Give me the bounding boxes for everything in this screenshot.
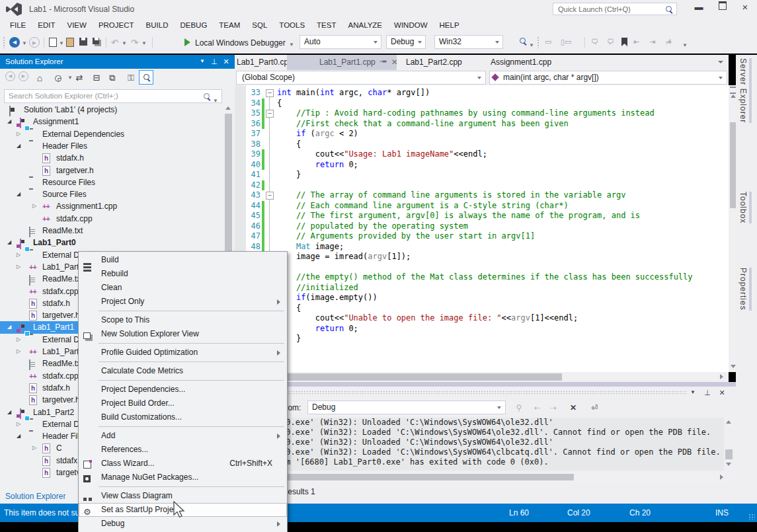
context-menu-item-project-only[interactable]: Project Only bbox=[79, 295, 287, 309]
code-line[interactable]: 38 { bbox=[235, 139, 729, 150]
code-line[interactable]: 49 image = imread(argv[1]); bbox=[235, 252, 729, 262]
tree-item[interactable]: stdafx.cpp bbox=[0, 213, 235, 225]
tree-item[interactable]: stdafx.h bbox=[0, 152, 235, 164]
fold-collapse-icon[interactable]: – bbox=[266, 89, 274, 97]
pending-changes-filter-icon[interactable]: ◶ bbox=[52, 72, 65, 84]
redo-icon[interactable]: ↷ bbox=[131, 38, 141, 47]
editor-tab-active[interactable]: Lab1_Part1.cpp✕ bbox=[287, 55, 397, 70]
code-line[interactable]: 57 } bbox=[235, 334, 729, 344]
clear-all-icon[interactable]: ✕ bbox=[567, 402, 580, 413]
editor-tab[interactable]: Lab1_Part0.cpp bbox=[235, 55, 290, 70]
previous-message-icon[interactable]: ⇠ bbox=[531, 402, 544, 413]
word-wrap-icon[interactable]: ⏎ bbox=[588, 402, 601, 413]
code-line[interactable]: 51 //the empty() method of the Mat class… bbox=[235, 272, 729, 283]
clear-bookmarks-icon[interactable]: ⇥̸ bbox=[665, 38, 671, 46]
code-line[interactable]: 54 { bbox=[235, 303, 729, 314]
context-menu-item-rebuild[interactable]: Rebuild bbox=[79, 267, 287, 281]
menubar-item-project[interactable]: PROJECT bbox=[93, 19, 140, 31]
code-line[interactable]: 43– // The array of command line argumen… bbox=[235, 190, 729, 201]
context-menu-item-profile-guided-optimization[interactable]: Profile Guided Optimization bbox=[79, 346, 287, 360]
tree-item[interactable]: ▷External Dependencies bbox=[0, 128, 235, 140]
new-file-icon[interactable] bbox=[49, 38, 59, 47]
chevron-expanded-icon[interactable]: ◢ bbox=[15, 140, 22, 152]
save-all-icon[interactable] bbox=[93, 38, 102, 47]
solution-explorer-header[interactable]: Solution Explorer ▼ ⊥ ✕ bbox=[0, 55, 235, 69]
menubar-item-tools[interactable]: TOOLS bbox=[273, 19, 311, 31]
tool-tab-server-explorer[interactable]: Server Explorer bbox=[738, 58, 748, 123]
next-message-icon[interactable]: ⇢ bbox=[547, 402, 560, 413]
context-menu-item-build-customizations[interactable]: Build Customizations... bbox=[79, 410, 287, 424]
tool-tab-properties[interactable]: Properties bbox=[738, 268, 748, 311]
next-bookmark-icon[interactable]: ⇥ bbox=[649, 38, 655, 46]
sync-with-active-document-icon[interactable]: ⇄ bbox=[73, 72, 86, 84]
window-position-icon[interactable]: ▼ bbox=[687, 387, 699, 398]
pin-icon[interactable]: ⊥ bbox=[208, 55, 220, 69]
tree-item[interactable]: ▷Assignment1.cpp bbox=[0, 200, 235, 212]
configuration-combo[interactable]: Debug bbox=[386, 35, 426, 49]
window-position-icon[interactable]: ▼ bbox=[196, 55, 208, 69]
step-icon[interactable]: ▯▭ bbox=[561, 38, 571, 46]
close-button[interactable]: × bbox=[734, 0, 756, 16]
context-menu-item-class-wizard[interactable]: Class Wizard...Ctrl+Shift+X bbox=[79, 457, 287, 471]
output-vertical-scrollbar[interactable] bbox=[724, 418, 734, 471]
menubar-item-sql[interactable]: SQL bbox=[246, 19, 273, 31]
attach-icon[interactable]: ▭ bbox=[545, 38, 551, 46]
solution-explorer-search-input[interactable]: Search Solution Explorer (Ctrl+;) ▼ bbox=[4, 89, 222, 103]
chevron-expanded-icon[interactable]: ◢ bbox=[5, 116, 13, 128]
menubar-item-edit[interactable]: EDIT bbox=[32, 19, 61, 31]
start-debugging-icon[interactable] bbox=[184, 38, 190, 46]
se-forward-icon[interactable]: ► bbox=[19, 71, 28, 81]
resize-grip[interactable] bbox=[748, 513, 755, 520]
chevron-collapsed-icon[interactable]: ▷ bbox=[15, 346, 22, 358]
bookmark-overflow-icon[interactable]: ▼ bbox=[682, 42, 688, 48]
platform-combo[interactable]: Win32 bbox=[434, 35, 503, 49]
code-line[interactable]: 35– //Tip : Avoid hard-coding pathnames … bbox=[235, 108, 729, 119]
open-file-icon[interactable] bbox=[66, 38, 76, 47]
output-horizontal-scrollbar[interactable] bbox=[236, 473, 734, 482]
chevron-collapsed-icon[interactable]: ▷ bbox=[30, 442, 38, 454]
tool-tab-toolbox[interactable]: Toolbox bbox=[738, 192, 748, 223]
chevron-expanded-icon[interactable]: ◢ bbox=[5, 406, 13, 418]
chevron-collapsed-icon[interactable]: ▷ bbox=[15, 261, 22, 273]
home-icon[interactable]: ⌂ bbox=[33, 72, 46, 84]
debug-windows-combo[interactable]: Auto bbox=[299, 35, 381, 49]
code-line[interactable]: 41 } bbox=[235, 170, 729, 180]
menubar-item-file[interactable]: FILE bbox=[4, 19, 32, 31]
tree-item[interactable]: ReadMe.txt bbox=[0, 225, 235, 237]
code-line[interactable]: 48 Mat image; bbox=[235, 242, 729, 252]
chevron-expanded-icon[interactable]: ◢ bbox=[15, 430, 22, 442]
pin-icon[interactable]: ⊥ bbox=[701, 387, 713, 398]
context-menu-item-project-build-order[interactable]: Project Build Order... bbox=[79, 397, 287, 410]
context-menu-item-manage-nuget-packages[interactable]: Manage NuGet Packages... bbox=[79, 471, 287, 484]
code-line[interactable]: 47 // Arguments provided by the user sta… bbox=[235, 231, 729, 242]
context-menu-item-references[interactable]: References... bbox=[79, 443, 287, 457]
menubar-item-window[interactable]: WINDOW bbox=[388, 19, 433, 31]
code-line[interactable]: 40 return 0; bbox=[235, 160, 729, 171]
tree-item[interactable]: ◢Assignment1 bbox=[0, 116, 235, 128]
chevron-collapsed-icon[interactable]: ▷ bbox=[15, 418, 22, 430]
chevron-collapsed-icon[interactable]: ▷ bbox=[30, 200, 38, 212]
navigate-back-dropdown-icon[interactable]: ▼ bbox=[22, 40, 27, 46]
context-menu-item-scope-to-this[interactable]: Scope to This bbox=[79, 313, 287, 327]
tree-item[interactable]: Solution 'Lab1' (4 projects) bbox=[0, 104, 235, 116]
find-in-files-icon[interactable] bbox=[520, 38, 530, 47]
chevron-collapsed-icon[interactable]: ▷ bbox=[15, 249, 22, 261]
menubar-item-build[interactable]: BUILD bbox=[140, 19, 175, 31]
context-menu-item-project-dependencies[interactable]: Project Dependencies... bbox=[79, 383, 287, 397]
code-line[interactable]: 39 cout<<"Usage: Lab1 imageName"<<endl; bbox=[235, 149, 729, 160]
se-back-icon[interactable]: ◄ bbox=[5, 71, 15, 81]
dock-splitter[interactable] bbox=[235, 382, 736, 387]
tab-list-dropdown-icon[interactable] bbox=[718, 61, 723, 63]
output-text[interactable]: 'Lab1_Part0.exe' (Win32): Unloaded 'C:\W… bbox=[236, 418, 724, 471]
menubar-item-test[interactable]: TEST bbox=[311, 19, 342, 31]
redo-dropdown-icon[interactable]: ▼ bbox=[141, 40, 147, 46]
tree-item[interactable]: targetver.h bbox=[0, 165, 235, 176]
pin-icon[interactable] bbox=[379, 59, 386, 65]
menubar-item-view[interactable]: VIEW bbox=[61, 19, 93, 31]
code-editor[interactable]: 33–int main(int argc, char* argv[])34{35… bbox=[235, 85, 729, 372]
menubar-item-help[interactable]: HELP bbox=[434, 19, 465, 31]
tree-item[interactable]: ◢Header Files bbox=[0, 140, 235, 152]
quick-launch-input[interactable]: Quick Launch (Ctrl+Q) bbox=[553, 3, 677, 15]
chevron-expanded-icon[interactable]: ◢ bbox=[5, 237, 13, 248]
fold-collapse-icon[interactable]: – bbox=[266, 110, 274, 118]
